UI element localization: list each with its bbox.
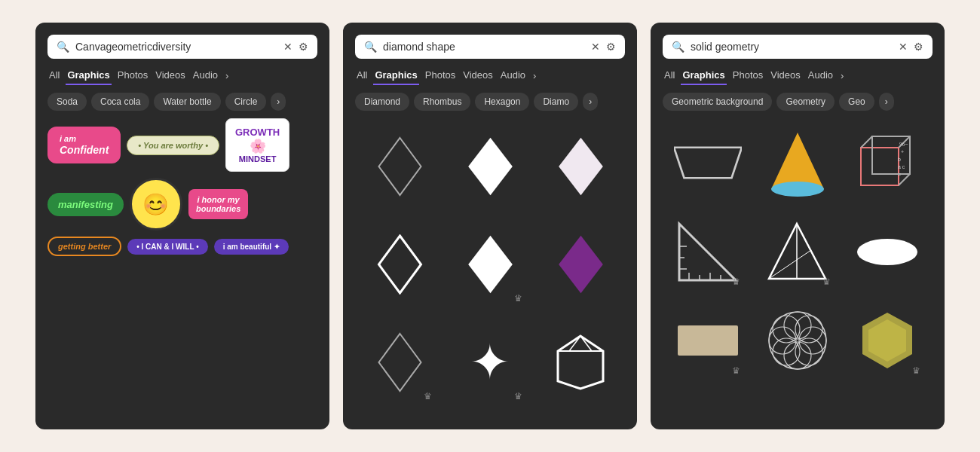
search-icon-3: 🔍: [672, 41, 684, 53]
pill-diamond[interactable]: Diamond: [355, 93, 409, 111]
search-bar-1[interactable]: 🔍 ✕ ⚙: [47, 35, 317, 59]
diamond-cell-6[interactable]: [539, 219, 622, 310]
search-input-1[interactable]: [75, 41, 277, 53]
pill-soda[interactable]: Soda: [47, 93, 87, 111]
tab-all-1[interactable]: All: [47, 66, 61, 85]
diamond-cell-2[interactable]: [449, 121, 531, 212]
close-icon-1[interactable]: ✕: [283, 41, 292, 53]
tab-photos-2[interactable]: Photos: [424, 66, 457, 85]
pill-geometry[interactable]: Geometry: [776, 93, 835, 111]
tabs-2: All Graphics Photos Videos Audio ›: [355, 66, 625, 85]
geo-cell-cube[interactable]: %~ + b a c =: [846, 121, 929, 204]
geo-cell-flower[interactable]: [755, 299, 839, 382]
sticker-getting[interactable]: getting better: [47, 237, 121, 256]
diamond-cell-5[interactable]: ♛: [449, 219, 531, 310]
crown-badge-8: ♛: [514, 391, 522, 402]
svg-rect-14: [861, 148, 899, 185]
pill-hexagon[interactable]: Hexagon: [475, 93, 529, 111]
tab-graphics-3[interactable]: Graphics: [681, 66, 726, 85]
diamond-cell-4[interactable]: [358, 219, 441, 310]
search-bar-3[interactable]: 🔍 ✕ ⚙: [663, 35, 933, 59]
close-icon-2[interactable]: ✕: [591, 41, 600, 53]
diamond-outline-small: [375, 332, 424, 392]
tabs-1: All Graphics Photos Videos Audio ›: [47, 66, 317, 85]
tabs-chevron-2[interactable]: ›: [533, 70, 536, 81]
sticker-manifesting[interactable]: manifesting: [47, 193, 124, 216]
pill-geobg[interactable]: Geometric background: [663, 93, 772, 111]
geo-cell-hexagon[interactable]: ♛: [846, 299, 929, 382]
filter-icon-3[interactable]: ⚙: [914, 41, 923, 53]
geo-cell-wireframe-tri[interactable]: ♛: [755, 210, 839, 293]
pill-waterbottle[interactable]: Water bottle: [154, 93, 220, 111]
sticker-row-3: getting better • I CAN & I WILL • i am b…: [47, 237, 317, 256]
geo-cell-ruler[interactable]: ♛: [666, 210, 749, 293]
svg-line-16: [861, 136, 872, 148]
rectangle-shape: [678, 325, 738, 356]
pills-1: Soda Coca cola Water bottle Circle ›: [47, 93, 317, 111]
crown-badge-wireframe: ♛: [822, 276, 831, 287]
tab-graphics-1[interactable]: Graphics: [66, 66, 111, 85]
sticker-honor[interactable]: i honor myboundaries: [188, 189, 248, 219]
tab-all-2[interactable]: All: [355, 66, 369, 85]
ruler-triangle-shape: [675, 220, 740, 284]
svg-point-13: [771, 182, 824, 197]
svg-marker-11: [674, 148, 742, 179]
filter-icon-1[interactable]: ⚙: [299, 41, 308, 53]
pill-cocacola[interactable]: Coca cola: [91, 93, 149, 111]
tabs-chevron-1[interactable]: ›: [225, 70, 228, 81]
crown-badge-hex: ♛: [912, 365, 920, 376]
geo-cell-cone[interactable]: [755, 121, 839, 204]
svg-marker-0: [378, 138, 421, 195]
diamond-cell-8[interactable]: ✦ ♛: [449, 317, 531, 408]
diamond-cell-3[interactable]: [539, 121, 622, 212]
pill-geo[interactable]: Geo: [839, 93, 874, 111]
search-input-3[interactable]: [691, 41, 893, 53]
sticker-smiley[interactable]: 😊: [130, 178, 182, 231]
pill-diamo[interactable]: Diamo: [534, 93, 578, 111]
geo-cell-trapezoid[interactable]: [666, 121, 749, 204]
tab-all-3[interactable]: All: [663, 66, 676, 85]
trapezoid-shape: [674, 140, 742, 185]
stickers-area-1: i amConfident • You are worthy • GROWTH …: [47, 118, 317, 417]
geo-cell-rect[interactable]: ♛: [666, 299, 749, 382]
tab-videos-2[interactable]: Videos: [461, 66, 495, 85]
sticker-beautiful[interactable]: i am beautiful ✦: [214, 239, 289, 255]
pills-chevron-3[interactable]: ›: [879, 93, 894, 111]
diamond-cell-9[interactable]: [539, 317, 622, 408]
pill-rhombus[interactable]: Rhombus: [414, 93, 470, 111]
tab-photos-1[interactable]: Photos: [116, 66, 149, 85]
diamond-white-large: [466, 136, 515, 197]
tab-videos-3[interactable]: Videos: [769, 66, 802, 85]
tab-photos-3[interactable]: Photos: [731, 66, 764, 85]
crown-badge-rect: ♛: [732, 365, 740, 376]
svg-marker-3: [378, 236, 421, 293]
svg-marker-2: [559, 138, 603, 195]
tab-audio-3[interactable]: Audio: [807, 66, 835, 85]
panel-2: 🔍 ✕ ⚙ All Graphics Photos Videos Audio ›…: [343, 23, 637, 429]
search-bar-2[interactable]: 🔍 ✕ ⚙: [355, 35, 625, 59]
tab-audio-2[interactable]: Audio: [499, 66, 527, 85]
pills-chevron-2[interactable]: ›: [583, 93, 598, 111]
pill-circle[interactable]: Circle: [225, 93, 267, 111]
close-icon-3[interactable]: ✕: [899, 41, 908, 53]
geo-cell-ellipse[interactable]: [846, 210, 929, 293]
tab-audio-1[interactable]: Audio: [191, 66, 219, 85]
diamond-cell-1[interactable]: [358, 121, 441, 212]
svg-point-35: [769, 312, 826, 369]
filter-icon-2[interactable]: ⚙: [606, 41, 616, 53]
tab-graphics-2[interactable]: Graphics: [373, 66, 418, 85]
tabs-chevron-3[interactable]: ›: [841, 70, 844, 81]
crown-badge-ruler: ♛: [732, 276, 740, 287]
search-input-2[interactable]: [383, 41, 585, 53]
sticker-worthy[interactable]: • You are worthy •: [127, 136, 219, 155]
sticker-ican[interactable]: • I CAN & I WILL •: [127, 239, 207, 255]
pills-chevron-1[interactable]: ›: [271, 93, 286, 111]
pills-3: Geometric background Geometry Geo ›: [663, 93, 933, 111]
svg-text:a  c: a c: [898, 164, 905, 170]
svg-marker-6: [378, 334, 421, 391]
sticker-confident[interactable]: i amConfident: [47, 127, 121, 164]
diamond-cell-7[interactable]: ♛: [358, 317, 441, 408]
sticker-growth[interactable]: GROWTH 🌸 MINDSET: [225, 118, 289, 172]
svg-marker-24: [679, 224, 736, 280]
tab-videos-1[interactable]: Videos: [154, 66, 187, 85]
